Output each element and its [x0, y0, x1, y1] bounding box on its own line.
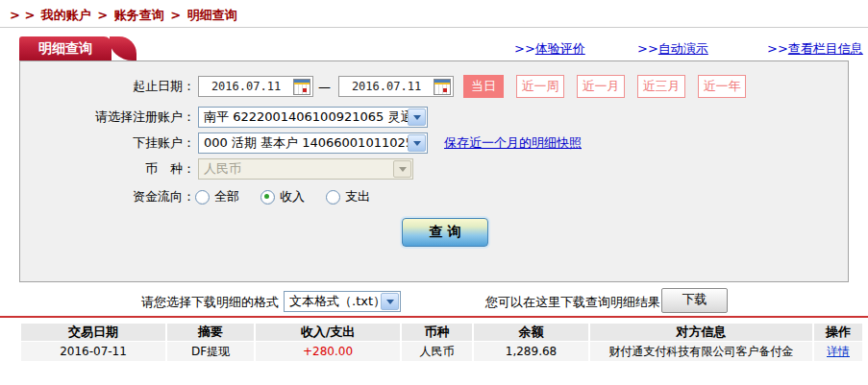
radio-icon[interactable]: [195, 190, 210, 205]
cell-amount: +280.00: [256, 342, 400, 361]
breadcrumb-separator: >: [93, 8, 112, 22]
col-header-summary: 摘要: [167, 324, 254, 341]
header-divider: [0, 27, 868, 28]
tab-detail-query: 明细查询: [19, 36, 112, 60]
quick-range-month-button[interactable]: 近一月: [577, 75, 625, 98]
link-arrows: >>: [637, 41, 658, 56]
date-range-label: 起止日期：: [20, 78, 195, 95]
cell-currency: 人民币: [402, 342, 472, 361]
chevron-down-icon: [393, 160, 411, 178]
currency-select: 人民币: [198, 158, 413, 180]
end-date-field: [338, 76, 454, 97]
col-header-balance: 余额: [474, 324, 588, 341]
breadcrumb-separator: >: [166, 8, 186, 22]
currency-label: 币 种：: [20, 160, 195, 178]
transaction-table: 交易日期 摘要 收入/支出 币种 余额 对方信息 操作 2016-07-11 D…: [19, 323, 864, 362]
col-header-date: 交易日期: [21, 324, 165, 341]
cell-summary: DF提现: [167, 342, 254, 361]
breadcrumb-item-account-query[interactable]: 账务查询: [114, 8, 164, 22]
start-date-input[interactable]: [199, 79, 293, 94]
sub-account-value: 000 活期 基本户 1406600101102571848: [199, 134, 408, 152]
register-account-value: 南平 6222001406100921065 灵通卡: [199, 108, 408, 126]
chevron-down-icon[interactable]: [408, 134, 426, 152]
date-range-dash: —: [318, 80, 331, 94]
start-date-field: [198, 76, 313, 97]
register-account-select[interactable]: 南平 6222001406100921065 灵通卡: [198, 107, 428, 128]
sub-account-label: 下挂账户：: [20, 134, 195, 152]
calendar-icon[interactable]: [434, 79, 451, 95]
link-experience-feedback[interactable]: >>体验评价: [514, 40, 585, 58]
fund-flow-option-label: 支出: [345, 188, 370, 205]
link-view-column-info[interactable]: >>查看栏目信息: [767, 40, 863, 58]
breadcrumb: > > 我的账户 > 账务查询 > 明细查询: [10, 7, 239, 24]
col-header-action: 操作: [814, 324, 862, 341]
breadcrumb-item-detail-query[interactable]: 明细查询: [187, 8, 237, 22]
quick-range-today-button[interactable]: 当日: [463, 75, 504, 98]
table-top-divider: [0, 316, 868, 318]
sub-account-select[interactable]: 000 活期 基本户 1406600101102571848: [198, 132, 428, 154]
radio-icon[interactable]: [326, 190, 340, 205]
calendar-icon[interactable]: [293, 79, 310, 95]
detail-link[interactable]: 详情: [827, 345, 850, 358]
end-date-input[interactable]: [339, 79, 434, 94]
download-format-select[interactable]: 文本格式（.txt）: [284, 291, 401, 312]
link-auto-demo[interactable]: >>自动演示: [637, 40, 708, 58]
cell-date: 2016-07-11: [21, 342, 165, 361]
download-hint: 您可以在这里下载查询明细结果: [485, 294, 660, 311]
link-label: 查看栏目信息: [788, 41, 863, 56]
breadcrumb-item-my-account[interactable]: 我的账户: [41, 8, 91, 22]
download-format-value: 文本格式（.txt）: [285, 293, 381, 310]
query-form-panel: 起止日期： — 当日 近一周 近一月 近三月 近一年 请选择注册账户： 南平 6…: [19, 60, 849, 282]
col-header-amount: 收入/支出: [256, 324, 400, 341]
download-format-label: 请您选择下载明细的格式: [0, 294, 279, 311]
quick-range-3months-button[interactable]: 近三月: [637, 75, 685, 98]
chevron-down-icon[interactable]: [408, 108, 426, 126]
col-header-currency: 币种: [402, 324, 472, 341]
fund-flow-label: 资金流向：: [20, 188, 195, 205]
fund-flow-option-all[interactable]: 全部: [195, 188, 239, 205]
sub-account-row: 下挂账户： 000 活期 基本户 1406600101102571848 保存近…: [20, 132, 582, 155]
col-header-counterparty: 对方信息: [590, 324, 812, 341]
detail-query-page: > > 我的账户 > 账务查询 > 明细查询 明细查询 >>体验评价 >>自动演…: [0, 0, 868, 385]
fund-flow-option-label: 收入: [280, 188, 305, 205]
link-label: 自动演示: [658, 41, 708, 56]
date-range-row: 起止日期： — 当日 近一周 近一月 近三月 近一年: [20, 75, 746, 98]
chevron-down-icon[interactable]: [381, 293, 399, 310]
table-row: 2016-07-11 DF提现 +280.00 人民币 1,289.68 财付通…: [21, 342, 862, 361]
download-button[interactable]: 下载: [661, 288, 728, 313]
register-account-label: 请选择注册账户：: [20, 108, 195, 126]
cell-counterparty: 财付通支付科技有限公司客户备付金: [590, 342, 812, 361]
register-account-row: 请选择注册账户： 南平 6222001406100921065 灵通卡: [20, 106, 428, 129]
breadcrumb-prefix: > >: [10, 8, 39, 22]
save-snapshot-link[interactable]: 保存近一个月的明细快照: [444, 134, 582, 152]
fund-flow-option-income[interactable]: 收入: [260, 188, 305, 205]
link-arrows: >>: [767, 41, 788, 56]
cell-action: 详情: [814, 342, 862, 361]
quick-range-year-button[interactable]: 近一年: [698, 75, 746, 98]
quick-range-week-button[interactable]: 近一周: [516, 75, 564, 98]
link-label: 体验评价: [535, 41, 585, 56]
cell-balance: 1,289.68: [474, 342, 588, 361]
fund-flow-option-label: 全部: [214, 188, 239, 205]
query-button[interactable]: 查 询: [402, 218, 488, 247]
fund-flow-row: 资金流向： 全部 收入 支出: [20, 185, 391, 208]
currency-value: 人民币: [199, 160, 393, 178]
link-arrows: >>: [514, 41, 535, 56]
fund-flow-option-expense[interactable]: 支出: [326, 188, 370, 205]
table-header-row: 交易日期 摘要 收入/支出 币种 余额 对方信息 操作: [21, 324, 862, 341]
radio-icon[interactable]: [260, 190, 275, 205]
currency-row: 币 种： 人民币: [20, 157, 413, 180]
